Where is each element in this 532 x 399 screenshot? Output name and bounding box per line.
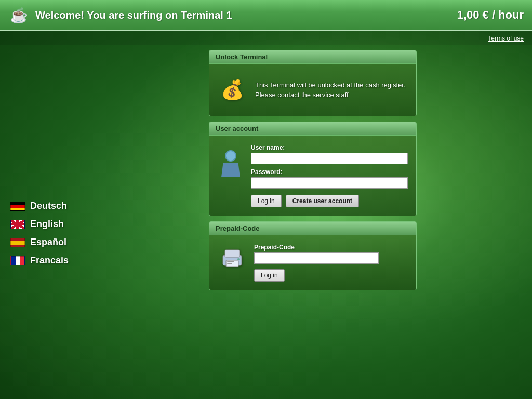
avatar-body xyxy=(221,163,240,177)
user-panel-body: User name: Password: Log in Create user … xyxy=(209,136,416,216)
svg-rect-1 xyxy=(225,250,240,257)
sidebar-item-espanol[interactable]: Español xyxy=(10,237,94,248)
prepaid-panel-body: Prepaid-Code Log in xyxy=(209,235,416,290)
header-left: ☕ Welcome! You are surfing on Terminal 1 xyxy=(8,5,232,25)
password-label: Password: xyxy=(251,168,408,176)
coffee-icon: ☕ xyxy=(8,5,29,25)
user-avatar xyxy=(218,144,244,180)
svg-rect-3 xyxy=(227,261,234,262)
svg-rect-4 xyxy=(227,263,232,264)
unlock-panel-header: Unlock Terminal xyxy=(209,50,416,64)
avatar-head xyxy=(225,150,236,162)
sidebar-item-deutsch[interactable]: Deutsch xyxy=(10,201,94,211)
unlock-text: This Terminal will be unlocked at the ca… xyxy=(255,80,406,100)
create-account-button[interactable]: Create user account xyxy=(286,195,359,207)
login-button[interactable]: Log in xyxy=(251,195,282,207)
user-login-form: User name: Password: Log in Create user … xyxy=(251,144,408,207)
prepaid-code-label: Prepaid-Code xyxy=(254,244,408,251)
user-account-panel: User account User name: Password: Log in… xyxy=(209,122,417,216)
prepaid-login-form: Prepaid-Code Log in xyxy=(254,244,408,282)
terms-bar: Terms of use xyxy=(0,31,532,45)
username-input[interactable] xyxy=(251,153,408,164)
prepaid-printer-icon xyxy=(218,244,247,273)
flag-de-icon xyxy=(10,202,25,211)
lang-label-en: English xyxy=(30,219,64,230)
flag-fr-icon xyxy=(10,256,25,265)
sidebar-item-francais[interactable]: Francais xyxy=(10,255,94,266)
lang-label-de: Deutsch xyxy=(30,201,67,211)
main-content: Deutsch English Español Francais Unlock … xyxy=(0,45,532,296)
unlock-terminal-panel: Unlock Terminal 💰 This Terminal will be … xyxy=(209,50,417,116)
flag-gb-icon xyxy=(10,220,25,229)
login-buttons-row: Log in Create user account xyxy=(251,195,408,207)
prepaid-code-panel: Prepaid-Code Prepaid-Code Lo xyxy=(209,221,417,290)
flag-es-icon xyxy=(10,238,25,247)
lang-label-es: Español xyxy=(30,237,66,248)
prepaid-panel-header: Prepaid-Code xyxy=(209,222,416,235)
header-title: Welcome! You are surfing on Terminal 1 xyxy=(35,9,232,21)
language-sidebar: Deutsch English Español Francais xyxy=(10,50,94,290)
password-input[interactable] xyxy=(251,177,408,189)
prepaid-code-input[interactable] xyxy=(254,252,379,264)
unlock-panel-body: 💰 This Terminal will be unlocked at the … xyxy=(209,64,416,116)
sidebar-item-english[interactable]: English xyxy=(10,219,94,230)
terms-of-use-link[interactable]: Terms of use xyxy=(488,35,524,42)
panels-container: Unlock Terminal 💰 This Terminal will be … xyxy=(209,50,417,290)
header: ☕ Welcome! You are surfing on Terminal 1… xyxy=(0,0,532,31)
user-panel-header: User account xyxy=(209,122,416,136)
svg-point-5 xyxy=(237,258,240,260)
username-label: User name: xyxy=(251,144,408,151)
prepaid-login-button[interactable]: Log in xyxy=(254,269,285,282)
cash-register-icon: 💰 xyxy=(218,75,247,104)
lang-label-fr: Francais xyxy=(30,255,69,266)
header-price: 1,00 € / hour xyxy=(457,8,524,22)
